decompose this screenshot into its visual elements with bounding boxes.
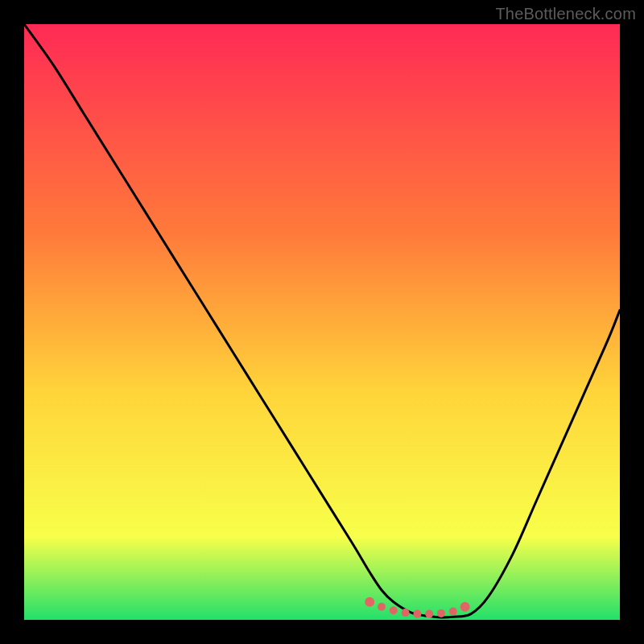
gradient-bg	[24, 24, 620, 620]
optimal-marker	[378, 603, 386, 611]
optimal-marker	[437, 609, 445, 617]
optimal-marker	[365, 597, 374, 607]
optimal-marker	[390, 606, 398, 614]
bottleneck-plot	[24, 24, 620, 620]
watermark-text: TheBottleneck.com	[495, 5, 636, 23]
optimal-marker	[449, 608, 457, 616]
optimal-marker	[402, 609, 410, 617]
optimal-marker	[460, 602, 470, 612]
plot-svg	[24, 24, 620, 620]
app-frame: TheBottleneck.com	[0, 0, 644, 644]
optimal-marker	[425, 610, 433, 618]
optimal-marker	[413, 610, 421, 618]
